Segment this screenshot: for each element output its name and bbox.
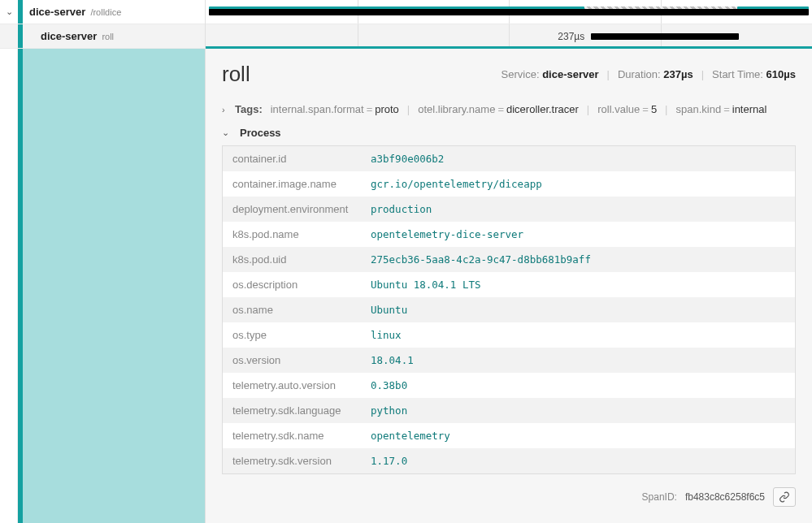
process-row: os.descriptionUbuntu 18.04.1 LTS (223, 272, 795, 297)
process-key: os.name (232, 304, 371, 316)
tags-label: Tags: (235, 103, 263, 115)
process-row: k8s.pod.uid275ecb36-5aa8-4c2a-9c47-d8bb6… (223, 247, 795, 272)
process-row: telemetry.sdk.nameopentelemetry (223, 423, 795, 448)
process-row: telemetry.auto.version0.38b0 (223, 373, 795, 398)
spanid-value: fb483c8c6258f6c5 (685, 491, 765, 503)
operation-name: roll (102, 32, 114, 41)
tag-item: roll.value=5 (597, 103, 657, 115)
meta-start-label: Start Time: (712, 68, 763, 80)
process-row: telemetry.sdk.version1.17.0 (223, 448, 795, 473)
span-label[interactable]: dice-server /rolldice (23, 6, 121, 18)
tag-separator: | (587, 103, 589, 115)
chevron-down-icon[interactable]: ⌄ (0, 6, 18, 17)
process-row: os.typelinux (223, 322, 795, 348)
process-value: Ubuntu (371, 304, 407, 316)
process-key: k8s.pod.uid (232, 253, 371, 266)
process-key: os.type (232, 329, 371, 341)
process-key: os.version (232, 354, 371, 366)
process-table: container.ida3bf90e006b2container.image.… (222, 145, 796, 474)
operation-name: /rolldice (90, 7, 121, 17)
meta-duration-label: Duration: (618, 68, 661, 80)
process-value: a3bf90e006b2 (371, 153, 444, 165)
meta-service-label: Service: (502, 68, 540, 80)
process-key: k8s.pod.name (232, 228, 371, 240)
spanid-label: SpanID: (642, 491, 677, 503)
span-tree: ⌄ dice-server /rolldice dice-server roll (0, 0, 206, 523)
process-row: container.image.namegcr.io/opentelemetry… (223, 171, 795, 197)
tag-separator: | (407, 103, 410, 115)
span-tree-gutter (0, 49, 205, 523)
tags-inline: internal.span.format=proto|otel.library.… (271, 103, 767, 115)
service-name: dice-server (41, 30, 97, 42)
meta-duration-value: 237µs (663, 68, 693, 80)
chevron-right-icon[interactable]: › (222, 105, 235, 115)
tag-item: span.kind=internal (676, 103, 767, 115)
service-color-bar (18, 24, 23, 48)
process-row: os.nameUbuntu (223, 297, 795, 322)
span-detail-panel: roll Service: dice-server | Duration: 23… (206, 49, 812, 523)
timeline-and-detail: 237µs roll Service: dice-server | Durati… (206, 0, 812, 523)
process-row: deployment.environmentproduction (223, 197, 795, 222)
process-value: gcr.io/opentelemetry/diceapp (371, 178, 542, 190)
process-section-header[interactable]: ⌄ Process (222, 120, 796, 145)
process-key: telemetry.sdk.name (232, 430, 371, 442)
detail-header: roll Service: dice-server | Duration: 23… (206, 49, 812, 98)
detail-meta: Service: dice-server | Duration: 237µs |… (502, 68, 796, 80)
process-row: os.version18.04.1 (223, 348, 795, 373)
process-value: 0.38b0 (371, 379, 407, 391)
timeline-row-child[interactable]: 237µs (206, 24, 812, 49)
process-row: k8s.pod.nameopentelemetry-dice-server (223, 222, 795, 247)
service-name: dice-server (29, 6, 85, 18)
detail-title: roll (222, 62, 493, 87)
span-duration-label: 237µs (558, 31, 584, 42)
process-key: telemetry.auto.version (232, 379, 371, 391)
process-value: python (371, 404, 407, 417)
span-row-child[interactable]: dice-server roll (0, 24, 205, 49)
meta-service-value: dice-server (542, 68, 598, 80)
process-row: container.ida3bf90e006b2 (223, 146, 795, 171)
span-row-parent[interactable]: ⌄ dice-server /rolldice (0, 0, 205, 24)
process-value: linux (371, 329, 402, 341)
process-value: production (371, 203, 432, 215)
link-icon (779, 491, 790, 503)
span-label[interactable]: dice-server roll (41, 30, 114, 42)
process-key: container.image.name (232, 178, 371, 190)
copy-link-button[interactable] (773, 487, 796, 507)
span-bar (591, 33, 740, 40)
process-value: 18.04.1 (371, 354, 414, 366)
process-value: Ubuntu 18.04.1 LTS (371, 279, 480, 291)
chevron-down-icon[interactable]: ⌄ (222, 128, 235, 138)
timeline-row-parent[interactable] (206, 0, 812, 24)
process-value: 275ecb36-5aa8-4c2a-9c47-d8bb681b9aff (371, 253, 591, 266)
process-value: opentelemetry (371, 430, 450, 442)
process-value: opentelemetry-dice-server (371, 228, 523, 240)
meta-start-value: 610µs (766, 68, 796, 80)
tag-item: internal.span.format=proto (271, 103, 399, 115)
tags-section[interactable]: › Tags: internal.span.format=proto|otel.… (222, 98, 796, 120)
tag-separator: | (665, 103, 667, 115)
process-key: telemetry.sdk.language (232, 404, 371, 417)
process-row: telemetry.sdk.languagepython (223, 398, 795, 423)
detail-footer: SpanID: fb483c8c6258f6c5 (206, 482, 812, 515)
process-label: Process (240, 127, 281, 139)
process-key: container.id (232, 153, 371, 165)
process-value: 1.17.0 (371, 455, 407, 467)
process-key: deployment.environment (232, 203, 371, 215)
process-key: telemetry.sdk.version (232, 455, 371, 467)
span-bar (209, 9, 808, 15)
process-key: os.description (232, 279, 371, 291)
tag-item: otel.library.name=diceroller.tracer (418, 103, 579, 115)
